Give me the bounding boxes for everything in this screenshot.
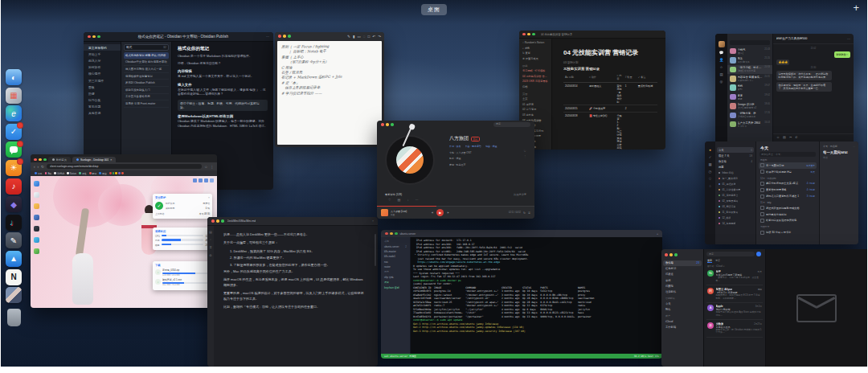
habit-icon[interactable]: ♡ <box>709 177 712 181</box>
more-icon[interactable]: ⋯ <box>415 198 418 202</box>
section-label[interactable]: 习惯打卡 <box>760 225 815 228</box>
wechat-window[interactable]: 💬 👤 ☆ ▤ ◎ 小桃汽[图片] 21:43 阿禾好的 明天见 21:20 <box>715 34 854 147</box>
close-icon[interactable]: × <box>208 196 210 199</box>
checkbox[interactable] <box>760 219 764 223</box>
undo-icon[interactable]: ↶ <box>372 35 375 39</box>
mailbox-drafts[interactable]: 草稿 <box>661 277 703 283</box>
sidebar-favorite-item[interactable]: 04 元技能实训营 营销记录 <box>519 74 551 80</box>
dock-ticktick-icon[interactable]: ✓ <box>6 124 22 140</box>
settings-icon[interactable]: ⚙ <box>209 253 211 257</box>
comments-label[interactable]: 最新评论 (128) <box>385 193 402 196</box>
obsidian-sidebar-item[interactable]: 由浅入深 <box>84 57 121 64</box>
music-player-window[interactable]: 搜索 八方旅团 独家 作词 : 佚名 作曲 : 西木康智 编曲 : 群星 专辑 … <box>377 121 534 219</box>
add-task-input[interactable]: 添加任务至「今天」 <box>760 152 816 157</box>
traffic-lights[interactable] <box>665 253 700 256</box>
obsidian-sidebar-item[interactable]: 核心插件 <box>84 71 121 77</box>
reload-icon[interactable]: ↻ <box>41 165 44 169</box>
obsidian-sidebar-item[interactable]: 面板 <box>84 84 121 90</box>
obsidian-sidebar-item[interactable]: 第三方插件 <box>84 77 121 84</box>
bookmark-star-icon[interactable]: ☆ <box>204 165 207 169</box>
chat-list-item-active[interactable]: 「学习小组」技术交流[链接] 今天的分享 20:58 <box>727 65 772 74</box>
favorites-icon[interactable]: ☆ <box>720 65 723 69</box>
highlighter-tool-icon[interactable]: ▮ <box>353 35 355 39</box>
search-result-item[interactable]: 发布到 Obsidian Publish <box>124 80 169 87</box>
traffic-lights[interactable] <box>34 158 47 162</box>
chat-list-item[interactable]: 生产力工具群·2864打卡打卡 16:03 <box>727 120 772 129</box>
chat-list-item[interactable]: 阿禾好的 明天见 21:20 <box>727 55 772 64</box>
filter-tab-all[interactable]: 全部 <box>707 259 712 263</box>
dock-obsidian-icon[interactable]: ◆ <box>6 196 22 212</box>
terminal-output[interactable]: IPv4 address for docker0: 172.17.0.1 IPv… <box>411 237 662 354</box>
search-result-item[interactable]: 插入图片与附件 嵌入方式一览 <box>124 66 169 73</box>
tab-close-icon[interactable]: × <box>372 219 374 223</box>
task-row[interactable]: 给新同学发欢迎语和资料包 <box>759 217 817 223</box>
column-header[interactable]: ✓ 备注 <box>637 73 657 82</box>
obsidian-search-input[interactable]: 格式 32 <box>124 44 169 51</box>
play-button[interactable]: ▶ <box>436 209 444 216</box>
chat-list-item[interactable]: 素素嗯嗯 19:02 <box>727 92 772 101</box>
task-row[interactable]: 更新营销记录表格 4 小时前 <box>759 186 817 193</box>
section-label[interactable]: 11月 · 遗留 <box>760 201 815 204</box>
bookmark-item[interactable]: 语雀 <box>79 172 87 175</box>
sidebar-item-next7days[interactable]: 最近 7 天 18 <box>715 153 755 158</box>
dock-trash-icon[interactable] <box>7 309 21 326</box>
sidebar-page-item[interactable]: 01 课程表 <box>519 102 551 108</box>
bookmark-item[interactable]: GitHub <box>54 172 64 175</box>
checkbox[interactable] <box>760 231 764 235</box>
message-bubble-received[interactable]: 这两天顺便聊过「为什么不是」，正好把这段时间想清楚了的、关于选题的想法分享出来。 <box>776 71 832 80</box>
column-header[interactable]: # 数量 <box>624 73 637 82</box>
sidebar-page-item[interactable]: 03 素材库 <box>519 113 551 118</box>
sidebar-item-inbox[interactable]: 收集箱 4 <box>715 158 755 164</box>
sidebar-group-item[interactable]: 01_演示服务台 <box>715 193 755 199</box>
chat-list-item[interactable]: 内容运营·新媒体实战群大家记得打卡～ 20:31 <box>727 74 772 83</box>
traffic-lights[interactable] <box>88 35 100 39</box>
notion-window[interactable]: 04 元技能实训营 营销记录 ⌂ Random's Notion ⌕ 搜索 ↻ … <box>519 31 665 150</box>
music-search-input[interactable]: 搜索 <box>493 122 530 127</box>
outline-icon[interactable]: ≣ <box>209 245 211 249</box>
dock-notion-icon[interactable]: N <box>6 269 22 285</box>
message-row[interactable]: 阿 阿里云 Aliyun周四 【阿里云】续费提醒 尊敬的用户，您的云服务器 EC… <box>706 285 763 302</box>
task-row[interactable]: 给课程小助手回复消息 昨天 <box>759 169 817 175</box>
redo-icon[interactable]: ↷ <box>378 35 381 39</box>
bookmark-item[interactable]: 掘金 <box>99 172 107 175</box>
search-result-item[interactable]: 格式化你的笔记 标题 列表 代码块 <box>124 52 169 59</box>
bookmark-item[interactable]: 翻译 <box>89 172 97 175</box>
credit-link[interactable]: 作词 : 佚名 <box>449 145 461 148</box>
checkbox[interactable] <box>760 206 764 210</box>
editor-content[interactable]: 就是……总有人说 DeskMini 更快一些——不过这只是传言。 关于这一点偏爱… <box>214 226 378 367</box>
lasso-tool-icon[interactable]: ◌ <box>363 35 366 39</box>
browser-window[interactable]: 新标签页 Sunlogin - Desktop 001× ‹ › ↻ ☆ ⋮ 知… <box>31 154 217 308</box>
search-result-item[interactable]: 双链与反向链接入门 <box>124 87 169 94</box>
search-result-item[interactable]: Obsidian中文帮助 如何使用本帮助 <box>124 59 169 67</box>
forward-icon[interactable]: › <box>38 165 39 169</box>
dock-finder-icon[interactable]: ◐ <box>6 69 22 85</box>
mailbox-flagged[interactable]: 红色标记 <box>661 266 703 272</box>
next-track-icon[interactable]: » <box>447 211 448 215</box>
dock-window-thumbnail[interactable] <box>6 287 22 303</box>
desktop-icon[interactable] <box>34 192 39 198</box>
menu-icon[interactable]: ⋮ <box>210 165 214 169</box>
sidebar-item-summary[interactable]: 摘要 <box>715 165 755 170</box>
smart-mailbox[interactable]: 附件 <box>661 306 703 312</box>
handwriting-note-window[interactable]: ✎ ▮ ▭ ◌ □ ↶ ↷ 原则｛ 一定 Focus / fighting ｜ … <box>275 32 384 147</box>
desktop-icon[interactable] <box>34 226 39 232</box>
page-tag[interactable]: 03 营销计划 <box>563 61 657 64</box>
table-row[interactable]: 2020/03/14 朋友圈推文 宣传海报 · 早鸟价倒计时 1 重点转化私域 <box>563 82 657 105</box>
calendar-icon[interactable]: ▦ <box>708 162 711 166</box>
security-panel[interactable]: 安全防护× ✓ 防护状态已开启 威胁隔离0 项 上次扫描今天 08:30 <box>153 194 212 219</box>
checkbox[interactable] <box>760 182 764 186</box>
tab-close-icon[interactable]: × <box>110 158 112 162</box>
pomodoro-icon[interactable]: ◷ <box>709 170 712 174</box>
bookmark-item[interactable]: 知乎 <box>35 172 43 175</box>
search-result-item[interactable]: 工作区与多窗格布局 <box>124 94 169 101</box>
account-item[interactable]: iCloud <box>661 318 703 324</box>
mailbox-junk[interactable]: 垃圾邮件 <box>661 289 703 294</box>
desktop-icon[interactable] <box>34 237 39 243</box>
more-icon[interactable]: ⋯ <box>853 145 855 148</box>
sidebar-page-item[interactable]: 02 学习笔记 <box>519 107 551 113</box>
now-playing-thumb[interactable] <box>381 209 388 216</box>
mailbox-trash[interactable]: 已删除 <box>661 283 703 289</box>
dock-douyin-icon[interactable]: ♩ <box>6 215 22 231</box>
terminal-window[interactable]: ubuntu-server + 书签 ubuntu-server2 k8s-ma… <box>381 230 662 359</box>
pen-tool-icon[interactable]: ✎ <box>347 35 350 39</box>
